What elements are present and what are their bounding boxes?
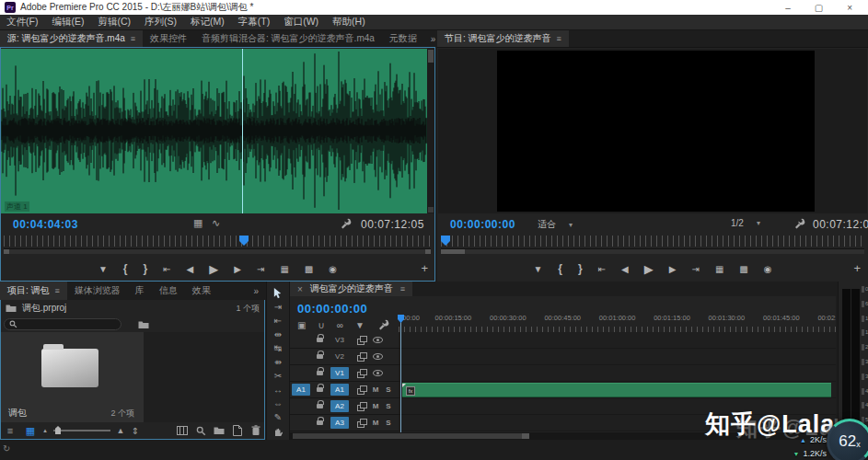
tab-source-clip[interactable]: 源: 调包富少的逆袭声音.m4a ≡ [0, 30, 143, 47]
track-name-a2[interactable]: A2 [327, 400, 353, 412]
track-name-v1[interactable]: V1 [327, 367, 353, 379]
close-sequence-icon[interactable]: × [297, 284, 303, 294]
source-patch-a1[interactable]: A1 [290, 384, 312, 396]
fit-dropdown[interactable]: 适合 ▾ [534, 218, 576, 231]
slide-tool[interactable]: ⇔ [270, 397, 286, 409]
sync-lock-icon[interactable] [353, 402, 369, 410]
tab-project_panel-2[interactable]: 信息 [152, 282, 185, 300]
source-vertical-scrollbar[interactable] [427, 49, 434, 213]
track-lock-icon[interactable] [312, 420, 327, 425]
track-output-eye-icon[interactable] [369, 353, 386, 360]
tab-project_panel-0[interactable]: 媒体浏览器 [67, 282, 128, 300]
mute-button[interactable]: M [369, 419, 382, 427]
project-search-input[interactable] [21, 320, 116, 329]
menu-item-4[interactable]: 标记(M) [191, 16, 225, 29]
track-header-a2[interactable]: A2MS [290, 398, 399, 415]
step-forward-button[interactable]: ▶ [669, 264, 677, 274]
program-video-viewer[interactable] [438, 49, 867, 213]
go-to-out-button[interactable]: ⇥ [257, 264, 264, 274]
bin-name[interactable]: 调包 [8, 407, 27, 420]
source-mini-ruler[interactable] [4, 236, 431, 247]
track-header-v1[interactable]: V1 [290, 365, 399, 382]
bin-folder-icon[interactable] [41, 349, 98, 387]
find-icon[interactable] [191, 426, 210, 436]
minimize-button[interactable]: – [785, 3, 791, 13]
track-name-label[interactable]: V3 [335, 336, 344, 344]
pen-tool[interactable]: ✎ [270, 411, 286, 423]
tab-project_panel-3[interactable]: 效果 [185, 282, 218, 300]
linked-selection-icon[interactable]: ∞ [337, 320, 343, 330]
sync-lock-icon[interactable] [353, 419, 369, 427]
menu-item-2[interactable]: 剪辑(C) [98, 16, 131, 29]
zoom-out-icon[interactable]: ▴ [41, 427, 50, 434]
tab-source_monitor-1[interactable]: 音频剪辑混合器: 调包富少的逆袭声音.m4a [194, 30, 382, 47]
sync-lock-icon[interactable] [353, 336, 369, 344]
slip-tool[interactable]: ↔ [270, 384, 286, 396]
program-current-time[interactable]: 00:00:00:00 [450, 218, 515, 231]
tab-program[interactable]: 节目: 调包富少的逆袭声音 ≡ [437, 30, 569, 47]
go-to-in-button[interactable]: ⇤ [163, 264, 170, 274]
panel-menu-icon[interactable]: ≡ [557, 34, 561, 43]
rate-stretch-tool[interactable]: ⇻ [270, 356, 286, 368]
timeline-ruler[interactable]: :00:0000:00:15:0000:00:30:0000:00:45:000… [399, 313, 836, 332]
selection-tool[interactable] [270, 287, 286, 299]
source-patch-badge[interactable]: A1 [292, 384, 310, 396]
source-current-time[interactable]: 00:04:04:03 [13, 218, 78, 231]
step-forward-button[interactable]: ▶ [234, 264, 241, 274]
source-ruler-playhead[interactable] [239, 236, 249, 246]
sync-lock-icon[interactable] [353, 369, 369, 377]
maximize-button[interactable]: ▢ [815, 3, 823, 13]
mute-button[interactable]: M [369, 385, 382, 394]
overwrite-button[interactable]: ▩ [739, 264, 747, 274]
track-name-v2[interactable]: V2 [327, 352, 353, 361]
resolution-dropdown[interactable]: 1/2 ▾ [727, 218, 764, 228]
timeline-playhead[interactable] [400, 315, 401, 432]
track-lock-icon[interactable] [312, 387, 327, 392]
tab-source_monitor-2[interactable]: 元数据 [382, 30, 424, 47]
track-name-a3[interactable]: A3 [327, 417, 353, 429]
track-name-label[interactable]: A3 [330, 417, 349, 429]
play-button[interactable]: ▶ [644, 262, 654, 276]
overwrite-button[interactable]: ▩ [305, 264, 313, 274]
mark-out-button[interactable]: } [144, 262, 148, 275]
snap-icon[interactable]: ∪ [318, 320, 324, 330]
source-button-editor-add[interactable]: + [421, 261, 428, 275]
new-bin-icon[interactable] [210, 426, 228, 435]
track-lock-icon[interactable] [312, 404, 327, 408]
delete-icon[interactable] [247, 425, 265, 436]
track-name-label[interactable]: V1 [330, 367, 349, 379]
track-output-eye-icon[interactable] [369, 337, 386, 343]
program-button-editor-add[interactable]: + [853, 261, 861, 275]
track-output-eye-icon[interactable] [369, 370, 386, 376]
solo-button[interactable]: S [382, 402, 395, 410]
sync-lock-icon[interactable] [353, 352, 369, 361]
play-button[interactable]: ▶ [209, 262, 218, 276]
track-name-label[interactable]: A1 [330, 384, 349, 396]
menu-item-5[interactable]: 字幕(T) [238, 16, 270, 29]
new-item-icon[interactable] [228, 425, 247, 436]
add-marker-button[interactable]: ▼ [98, 264, 108, 274]
list-view-icon[interactable]: ≡ [0, 425, 20, 436]
track-name-a1[interactable]: A1 [327, 384, 353, 396]
source-playhead-line[interactable] [242, 49, 243, 213]
source-zoom-scrollbar[interactable] [4, 248, 431, 254]
step-back-button[interactable]: ◀ [187, 264, 194, 274]
speed-badge[interactable]: 62 x [827, 419, 868, 460]
automate-to-sequence-icon[interactable] [173, 426, 191, 435]
step-back-button[interactable]: ◀ [621, 264, 629, 274]
add-marker-button[interactable]: ▼ [533, 264, 542, 274]
source-waveform-viewer[interactable]: 声道 1 [1, 49, 427, 213]
track-select-backward-tool[interactable]: ⇤ [270, 315, 286, 327]
search-bin-folder-icon[interactable] [138, 320, 149, 329]
zoom-in-icon[interactable]: ▲ [114, 426, 127, 435]
tab-project[interactable]: 项目: 调包 ≡ [0, 282, 67, 300]
solo-button[interactable]: S [382, 385, 395, 394]
panel-menu-icon[interactable]: ≡ [400, 284, 405, 293]
menu-item-3[interactable]: 序列(S) [145, 16, 177, 29]
razor-tool[interactable]: ✂ [270, 370, 286, 382]
mark-out-button[interactable]: } [578, 262, 583, 275]
program-mini-ruler[interactable] [441, 236, 864, 247]
track-content-v3[interactable] [399, 332, 836, 349]
nest-sequence-icon[interactable]: ▣ [297, 320, 306, 330]
project-file-name[interactable]: 调包.prproj [22, 302, 66, 315]
